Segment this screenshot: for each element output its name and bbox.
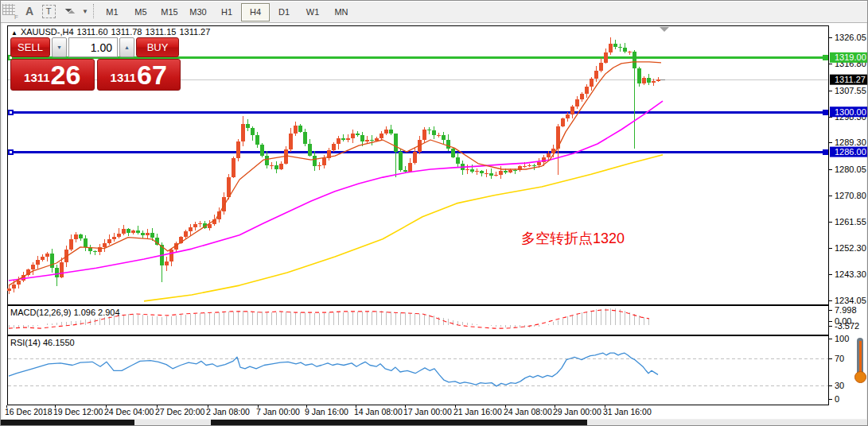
price-axis-label: 1261.55 <box>835 217 866 227</box>
rsi-axis-label: 70 <box>835 354 844 363</box>
dropdown-caret-icon[interactable]: ▼ <box>80 2 90 20</box>
macd-axis-label: 7.998 <box>835 305 857 315</box>
timeframe-button-m5[interactable]: M5 <box>127 3 155 21</box>
text-label-icon[interactable]: T <box>41 2 56 20</box>
toolbar: F A T ▼ M1M5M15M30H1H4D1W1MN <box>1 1 867 23</box>
buy-price-big: 67 <box>137 61 167 88</box>
text-label-glyph: T <box>42 5 56 18</box>
macd-indicator-label: MACD(12,26,9) 1.096 2.904 <box>10 308 120 317</box>
timeframe-button-m15[interactable]: M15 <box>155 3 184 21</box>
toolbar-handle-icon[interactable]: F <box>2 4 15 15</box>
time-axis-label: 27 Dec 20:00 <box>155 407 205 416</box>
rsi-indicator-label: RSI(14) 46.1550 <box>10 338 75 347</box>
price-axis-highlight-label: 1311.27 <box>835 75 866 84</box>
time-axis-label: 24 Dec 04:00 <box>104 407 154 416</box>
quote-close: 1311.27 <box>179 27 210 37</box>
bottom-edge-segment <box>134 420 211 426</box>
price-axis-label: 1243.30 <box>835 269 866 279</box>
price-axis-label: 1326.05 <box>835 33 866 42</box>
time-axis: 16 Dec 201819 Dec 12:0024 Dec 04:0027 De… <box>5 405 652 417</box>
rsi-axis-label: 100 <box>835 334 849 343</box>
time-axis-label: 24 Jan 08:00 <box>504 407 552 416</box>
timeframe-button-mn[interactable]: MN <box>327 3 356 21</box>
sell-button[interactable]: SELL <box>10 37 50 57</box>
thermometer-fill <box>859 341 862 374</box>
window-bottom-edge <box>1 420 867 426</box>
symbol-name: XAUUSD-,H4 <box>21 27 74 37</box>
toolbar-separator <box>93 4 94 18</box>
volume-decrease-button[interactable]: ▼ <box>52 37 67 57</box>
timeframe-button-m1[interactable]: M1 <box>98 3 127 21</box>
macd-axis-label: -3.572 <box>835 321 859 331</box>
timeframe-toolbar: M1M5M15M30H1H4D1W1MN <box>98 3 356 20</box>
symbol-marker-icon: ▲ <box>11 29 18 37</box>
styles-arrows-icon[interactable] <box>61 2 79 20</box>
time-axis-label: 7 Jan 00:00 <box>256 407 300 416</box>
price-axis-label: 1307.55 <box>835 86 866 95</box>
time-axis-label: 2 Jan 08:00 <box>206 407 250 416</box>
sell-price-box[interactable]: 1311 26 <box>10 59 95 91</box>
quote-low: 1311.15 <box>145 27 176 37</box>
price-axis-label: 1280.05 <box>835 165 866 174</box>
arrow-down-icon <box>68 10 75 17</box>
price-axis-highlight-label: 1286.00 <box>835 147 866 157</box>
price-axis-label: 1234.05 <box>835 296 866 305</box>
chart-annotation: 多空转折点1320 <box>521 229 625 248</box>
sell-price-big: 26 <box>51 61 81 88</box>
price-axis-label: 1270.80 <box>835 191 866 200</box>
thermometer-icon <box>853 338 867 389</box>
quote-open: 1311.60 <box>77 27 108 37</box>
timeframe-button-m30[interactable]: M30 <box>184 3 212 21</box>
quote-high: 1311.78 <box>111 27 142 37</box>
timeframe-button-d1[interactable]: D1 <box>270 3 298 21</box>
price-axis-label: 1252.30 <box>835 243 866 253</box>
thermometer-bulb <box>854 371 866 383</box>
time-axis-label: 31 Jan 16:00 <box>603 407 652 416</box>
time-axis-label: 9 Jan 16:00 <box>305 407 348 416</box>
time-axis-label: 14 Jan 08:00 <box>354 407 403 416</box>
price-axis-highlight-label: 1319.00 <box>835 52 866 62</box>
rsi-axis-label: 30 <box>835 381 844 390</box>
time-axis-label: 29 Jan 00:00 <box>553 407 601 416</box>
price-axis-highlight-label: 1300.00 <box>835 107 866 117</box>
time-axis-label: 16 Dec 2018 <box>5 407 53 416</box>
font-icon[interactable]: A <box>21 2 37 20</box>
buy-price-small: 1311 <box>111 71 137 84</box>
sell-price-small: 1311 <box>24 71 50 84</box>
mt4-window: 1326.051316.801307.551298.301289.301280.… <box>0 0 868 426</box>
one-click-trading-panel: SELL ▼ 1.00 ▲ BUY 1311 26 1311 67 <box>10 37 181 91</box>
buy-price-box[interactable]: 1311 67 <box>97 59 181 91</box>
time-axis-label: 19 Dec 12:00 <box>53 407 103 416</box>
rsi-axis-label: 0 <box>835 394 839 404</box>
timeframe-button-h4[interactable]: H4 <box>241 3 270 21</box>
quote-line: ▲XAUUSD-,H41311.601311.781311.151311.27 <box>11 27 213 37</box>
volume-increase-button[interactable]: ▲ <box>119 37 134 57</box>
timeframe-button-w1[interactable]: W1 <box>298 3 327 21</box>
price-axis-label: 1289.30 <box>835 137 866 147</box>
timeframe-button-h1[interactable]: H1 <box>212 3 241 21</box>
buy-button[interactable]: BUY <box>136 37 179 57</box>
volume-input[interactable]: 1.00 <box>68 37 118 57</box>
time-axis-label: 17 Jan 00:00 <box>403 407 452 416</box>
bottom-edge-segment <box>587 420 868 426</box>
time-axis-label: 21 Jan 16:00 <box>453 407 502 416</box>
